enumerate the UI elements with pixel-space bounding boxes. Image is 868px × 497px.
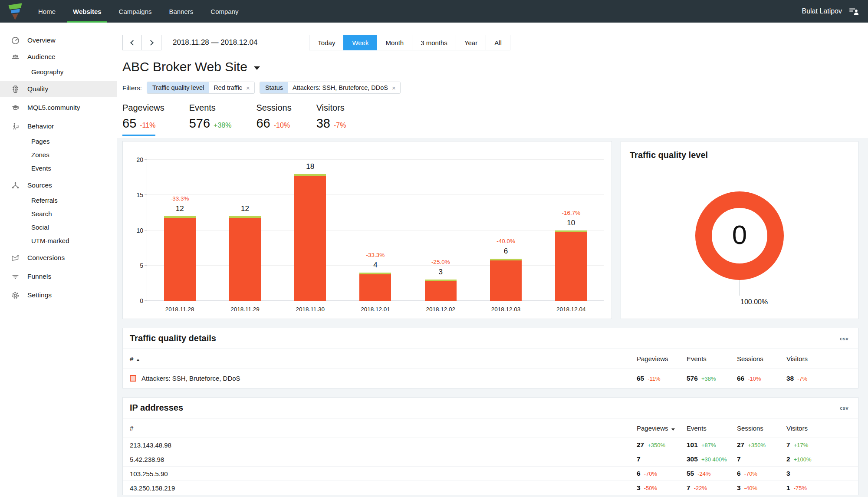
metric-sessions[interactable]: Sessions 66-10% (256, 103, 291, 136)
range-week[interactable]: Week (343, 35, 377, 50)
bar-value-label: 3 (439, 268, 443, 276)
range-3-months[interactable]: 3 months (412, 35, 456, 50)
top-navbar: Home Websites Campaigns Banners Company … (0, 0, 868, 23)
sidebar-label: Sources (27, 181, 52, 189)
sidebar-label: Pages (31, 138, 50, 145)
sidebar-item-quality[interactable]: Quality (0, 81, 117, 97)
bar-chart-plot: 0510152012-33.3%12184-33.3%3-25.0%6-40.0… (147, 160, 604, 301)
filter-value-text: Attackers: SSH, Bruteforce, DDoS (293, 84, 388, 91)
column-header-sessions[interactable]: Sessions (737, 425, 786, 432)
nav-home[interactable]: Home (30, 0, 64, 23)
column-header-events[interactable]: Events (687, 355, 737, 362)
bar-delta-label: -25.0% (431, 259, 450, 265)
table-row[interactable]: 43.250.158.219 3-50% 7-22% 3-40% 1-75% (123, 481, 858, 495)
range-year[interactable]: Year (456, 35, 486, 50)
sidebar-item-search[interactable]: Search (0, 207, 117, 221)
flag-icon (11, 253, 20, 263)
sidebar-item-settings[interactable]: Settings (0, 287, 117, 303)
bar-cap (229, 216, 261, 218)
bar-cap (164, 216, 196, 218)
nav-campaigns[interactable]: Campaigns (110, 0, 161, 23)
bar-value-label: 4 (373, 261, 377, 270)
sidebar-item-overview[interactable]: Overview (0, 32, 117, 49)
metric-pageviews[interactable]: Pageviews 65-11% (122, 103, 164, 136)
chevron-left-icon (130, 40, 136, 46)
range-month[interactable]: Month (377, 35, 412, 50)
column-header-hash[interactable]: # (123, 355, 637, 362)
sidebar-item-mql5-community[interactable]: MQL5.community (0, 99, 117, 116)
date-pager (122, 35, 161, 50)
range-today[interactable]: Today (309, 35, 344, 50)
csv-export-link[interactable]: csv (840, 336, 848, 341)
filter-chip-traffic-quality[interactable]: Traffic quality level Red traffic × (147, 82, 255, 94)
axis-tick (145, 194, 147, 195)
metric-visitors[interactable]: Visitors 38-7% (316, 103, 346, 136)
funnel-logo-icon (7, 2, 23, 20)
finteza-logo[interactable] (0, 0, 30, 23)
chart-bar: 18 (294, 174, 326, 301)
ip-address: 213.143.48.98 (123, 441, 637, 449)
column-header-visitors[interactable]: Visitors (786, 425, 852, 432)
sidebar-item-zones[interactable]: Zones (0, 148, 117, 161)
metric-delta: -7% (334, 122, 346, 129)
donut-chart: 0 100.00% (695, 191, 784, 280)
ip-table-header: IP addresses csv (123, 398, 858, 418)
axis-tick (145, 265, 147, 266)
filter-chip-status[interactable]: Status Attackers: SSH, Bruteforce, DDoS … (260, 82, 401, 94)
sidebar-item-conversions[interactable]: Conversions (0, 250, 117, 266)
bar-value-label: 12 (176, 204, 184, 213)
sidebar-item-referrals[interactable]: Referrals (0, 194, 117, 207)
prev-period-button[interactable] (122, 35, 142, 50)
remove-filter-icon[interactable]: × (392, 85, 396, 91)
chart-bar: 12-33.3% (164, 216, 196, 301)
sidebar-item-social[interactable]: Social (0, 221, 117, 234)
site-selector[interactable]: ABC Broker Web Site (122, 59, 858, 74)
ip-addresses-panel: IP addresses csv # Pageviews Events Sess… (122, 397, 858, 495)
range-all[interactable]: All (486, 35, 510, 50)
axis-tick (145, 230, 147, 230)
graduation-cap-icon (11, 103, 20, 112)
sort-asc-icon (136, 359, 140, 361)
main-content: 2018.11.28 — 2018.12.04 Today Week Month… (117, 23, 868, 497)
walking-person-icon (11, 122, 20, 131)
column-header-pageviews[interactable]: Pageviews (637, 425, 687, 432)
column-header-pageviews[interactable]: Pageviews (637, 355, 687, 362)
filters-label: Filters: (122, 84, 142, 92)
traffic-quality-donut-panel: Traffic quality level 0 100.00% (621, 141, 858, 319)
sidebar-item-events[interactable]: Events (0, 161, 117, 175)
sidebar-item-sources[interactable]: Sources (0, 177, 117, 194)
sidebar-item-utm-marked[interactable]: UTM-marked (0, 234, 117, 247)
table-row[interactable]: 5.42.238.98 7 305+30 400% 7 2+100% (123, 452, 858, 466)
gear-icon (11, 290, 20, 300)
bar-cap (425, 280, 457, 281)
remove-filter-icon[interactable]: × (246, 85, 250, 91)
y-tick-label: 0 (128, 297, 143, 304)
chevron-down-icon (254, 66, 260, 70)
column-header-visitors[interactable]: Visitors (786, 355, 852, 362)
sidebar-item-pages[interactable]: Pages (0, 135, 117, 148)
column-header-sessions[interactable]: Sessions (737, 355, 786, 362)
metric-delta: -10% (274, 122, 290, 129)
chevron-right-icon (148, 40, 154, 46)
filter-value: Red traffic × (209, 82, 254, 93)
table-row[interactable]: 103.255.5.90 6-70% 55-24% 6-70% 3 (123, 466, 858, 481)
sidebar-item-behavior[interactable]: Behavior (0, 118, 117, 135)
user-menu[interactable]: Bulat Latipov (802, 0, 868, 23)
csv-export-link[interactable]: csv (840, 405, 848, 411)
nav-company[interactable]: Company (202, 0, 247, 23)
column-header-hash[interactable]: # (123, 425, 637, 432)
sidebar-item-geography[interactable]: Geography (0, 65, 117, 79)
nav-websites[interactable]: Websites (64, 0, 110, 23)
sidebar-label: Referrals (31, 197, 58, 204)
sidebar-label: Conversions (27, 254, 65, 262)
table-row[interactable]: Attackers: SSH, Bruteforce, DDoS 65-11% … (123, 368, 858, 388)
sidebar-item-audience[interactable]: Audience (0, 49, 117, 65)
sidebar-item-funnels[interactable]: Funnels (0, 268, 117, 285)
table-row[interactable]: 213.143.48.98 27+350% 101+87% 27+350% 7+… (123, 438, 858, 452)
metric-events[interactable]: Events 576+38% (189, 103, 232, 136)
nav-banners[interactable]: Banners (160, 0, 202, 23)
next-period-button[interactable] (142, 35, 161, 50)
ip-address: 43.250.158.219 (123, 484, 637, 492)
traffic-light-icon (11, 84, 20, 94)
column-header-events[interactable]: Events (687, 425, 737, 432)
